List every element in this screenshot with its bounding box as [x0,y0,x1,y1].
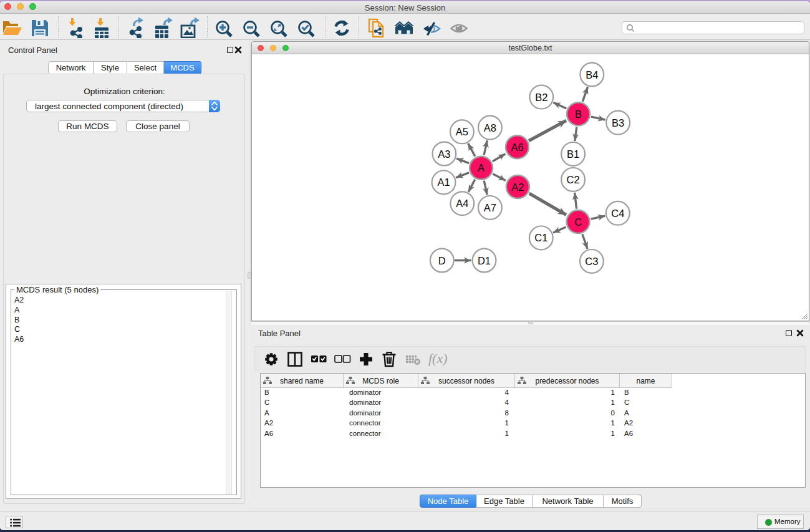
svg-text:C: C [574,216,582,228]
svg-text:D1: D1 [478,255,491,266]
svg-text:B: B [575,109,582,120]
svg-text:C3: C3 [585,256,598,267]
svg-text:A6: A6 [511,142,523,153]
svg-text:A5: A5 [456,127,468,138]
svg-text:B2: B2 [535,92,547,103]
svg-text:B3: B3 [612,117,624,128]
svg-text:A: A [478,162,485,173]
svg-text:C4: C4 [611,208,624,219]
svg-text:C2: C2 [567,174,580,185]
svg-text:A1: A1 [437,177,450,188]
svg-text:C1: C1 [534,233,547,244]
svg-text:D: D [438,255,446,266]
svg-text:A4: A4 [456,198,468,209]
svg-text:B1: B1 [567,148,579,160]
svg-text:A8: A8 [484,122,496,133]
svg-text:B4: B4 [586,69,598,80]
svg-text:A3: A3 [438,148,450,160]
svg-text:A7: A7 [484,202,496,213]
svg-text:A2: A2 [511,181,524,193]
